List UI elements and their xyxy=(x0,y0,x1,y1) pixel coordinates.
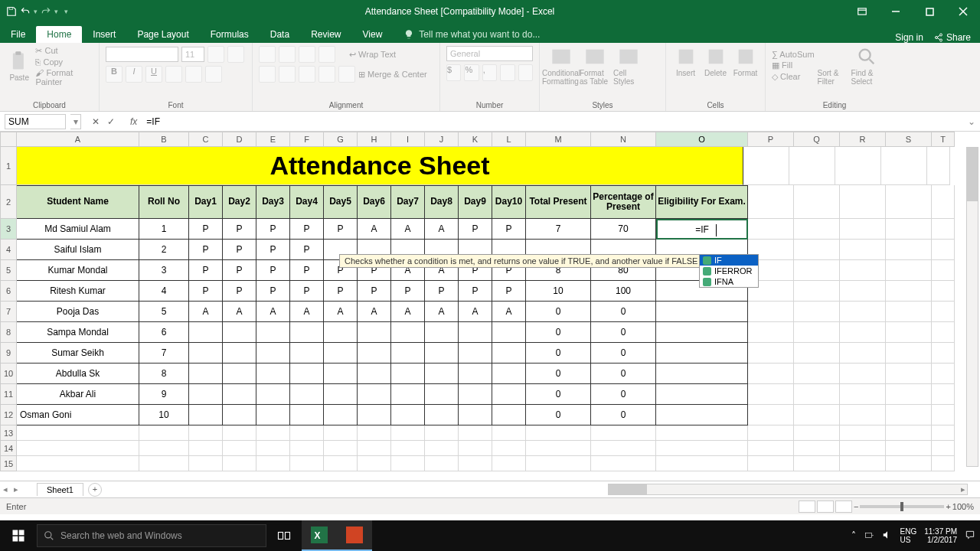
cell-N14[interactable] xyxy=(591,441,656,456)
cell-C12[interactable] xyxy=(189,405,223,425)
row-header-2[interactable]: 2 xyxy=(0,185,17,219)
horizontal-scrollbar[interactable]: ◂▸ xyxy=(608,484,968,495)
underline-button[interactable]: U xyxy=(145,66,162,83)
action-center-icon[interactable] xyxy=(965,530,975,543)
cell-F9[interactable] xyxy=(290,343,324,364)
cell-M14[interactable] xyxy=(526,441,591,456)
task-view-button[interactable] xyxy=(266,520,302,551)
sign-in-link[interactable]: Sign in xyxy=(895,32,923,43)
cell-L13[interactable] xyxy=(492,425,526,441)
header-A[interactable]: Student Name xyxy=(17,185,139,219)
cell-F10[interactable] xyxy=(290,364,324,384)
column-header-R[interactable]: R xyxy=(840,132,886,147)
cell-O10[interactable] xyxy=(656,364,748,384)
decrease-decimal-button[interactable] xyxy=(518,64,533,81)
cell-E9[interactable] xyxy=(256,343,290,364)
cell-N12[interactable]: 0 xyxy=(591,405,656,425)
minimize-icon[interactable] xyxy=(879,0,913,23)
cell-S8[interactable] xyxy=(886,322,932,343)
row-header-15[interactable]: 15 xyxy=(0,456,17,471)
cell-Q11[interactable] xyxy=(794,384,840,405)
cell-T7[interactable] xyxy=(932,302,955,322)
cell-A6[interactable]: Ritesh Kumar xyxy=(17,281,139,302)
cell-E10[interactable] xyxy=(256,364,290,384)
cell-K13[interactable] xyxy=(459,425,492,441)
cell-I7[interactable]: A xyxy=(391,302,425,322)
cell-M6[interactable]: 10 xyxy=(526,281,591,302)
cell-N6[interactable]: 100 xyxy=(591,281,656,302)
cell-K6[interactable]: P xyxy=(459,281,492,302)
cell-R3[interactable] xyxy=(840,219,886,240)
cell-J8[interactable] xyxy=(425,322,459,343)
cell-R9[interactable] xyxy=(840,343,886,364)
cell-S11[interactable] xyxy=(886,384,932,405)
cell-H13[interactable] xyxy=(358,425,391,441)
decrease-font-button[interactable] xyxy=(227,46,244,63)
cell-A9[interactable]: Sumar Seikh xyxy=(17,343,139,364)
zoom-level[interactable]: 100% xyxy=(952,502,974,511)
cell-T6[interactable] xyxy=(932,281,955,302)
column-header-D[interactable]: D xyxy=(223,132,256,147)
column-header-K[interactable]: K xyxy=(459,132,492,147)
cell-F12[interactable] xyxy=(290,405,324,425)
cell-J12[interactable] xyxy=(425,405,459,425)
header-J[interactable]: Day8 xyxy=(425,185,459,219)
fill-color-button[interactable] xyxy=(185,66,202,83)
cell-N11[interactable]: 0 xyxy=(591,384,656,405)
cell-S12[interactable] xyxy=(886,405,932,425)
worksheet-grid[interactable]: ABCDEFGHIJKLMNOPQRST 1Attendance Sheet2S… xyxy=(0,132,980,481)
cell-B8[interactable]: 6 xyxy=(139,322,189,343)
column-header-B[interactable]: B xyxy=(139,132,189,147)
align-middle-button[interactable] xyxy=(279,46,296,63)
cell-J9[interactable] xyxy=(425,343,459,364)
header-K[interactable]: Day9 xyxy=(459,185,492,219)
cell-L10[interactable] xyxy=(492,364,526,384)
undo-icon[interactable] xyxy=(20,6,31,17)
cell-P15[interactable] xyxy=(748,456,794,471)
cell-M12[interactable]: 0 xyxy=(526,405,591,425)
cell-B12[interactable]: 10 xyxy=(139,405,189,425)
cell-A5[interactable]: Kumar Mondal xyxy=(17,260,139,281)
cell-R11[interactable] xyxy=(840,384,886,405)
cell-H11[interactable] xyxy=(358,384,391,405)
cell-E4[interactable]: P xyxy=(256,240,290,260)
sheet-title[interactable]: Attendance Sheet xyxy=(17,147,743,185)
row-header-14[interactable]: 14 xyxy=(0,441,17,456)
column-header-E[interactable]: E xyxy=(256,132,290,147)
cell-C10[interactable] xyxy=(189,364,223,384)
cell-B4[interactable]: 2 xyxy=(139,240,189,260)
cell-G8[interactable] xyxy=(324,322,358,343)
cell-B5[interactable]: 3 xyxy=(139,260,189,281)
cell-K9[interactable] xyxy=(459,343,492,364)
wrap-text-button[interactable]: ↩ Wrap Text xyxy=(349,50,396,60)
row-header-13[interactable]: 13 xyxy=(0,425,17,441)
insert-cells-button[interactable]: Insert xyxy=(672,46,699,77)
font-size-select[interactable]: 11 xyxy=(181,47,204,62)
cell-L11[interactable] xyxy=(492,384,526,405)
cell-P14[interactable] xyxy=(748,441,794,456)
cell-J11[interactable] xyxy=(425,384,459,405)
column-header-C[interactable]: C xyxy=(189,132,223,147)
cell-R6[interactable] xyxy=(840,281,886,302)
cell-B6[interactable]: 4 xyxy=(139,281,189,302)
cell-G6[interactable]: P xyxy=(324,281,358,302)
cell-I9[interactable] xyxy=(391,343,425,364)
sort-filter-button[interactable]: Sort & Filter xyxy=(818,46,848,86)
cell-O8[interactable] xyxy=(656,322,748,343)
cell-N7[interactable]: 0 xyxy=(591,302,656,322)
cell-S7[interactable] xyxy=(886,302,932,322)
formula-autocomplete[interactable]: IFIFERRORIFNA xyxy=(699,254,759,288)
cell-D11[interactable] xyxy=(223,384,256,405)
cell-M15[interactable] xyxy=(526,456,591,471)
cell-F6[interactable]: P xyxy=(290,281,324,302)
cell-K14[interactable] xyxy=(459,441,492,456)
cell-T5[interactable] xyxy=(932,260,955,281)
taskbar-search[interactable]: Search the web and Windows xyxy=(37,524,266,547)
cell-S5[interactable] xyxy=(886,260,932,281)
header-N[interactable]: Percentage of Present xyxy=(591,185,656,219)
cell-K15[interactable] xyxy=(459,456,492,471)
cell-N3[interactable]: 70 xyxy=(591,219,656,240)
cell-R2[interactable] xyxy=(840,185,886,219)
cell-P12[interactable] xyxy=(748,405,794,425)
cell-Q6[interactable] xyxy=(794,281,840,302)
